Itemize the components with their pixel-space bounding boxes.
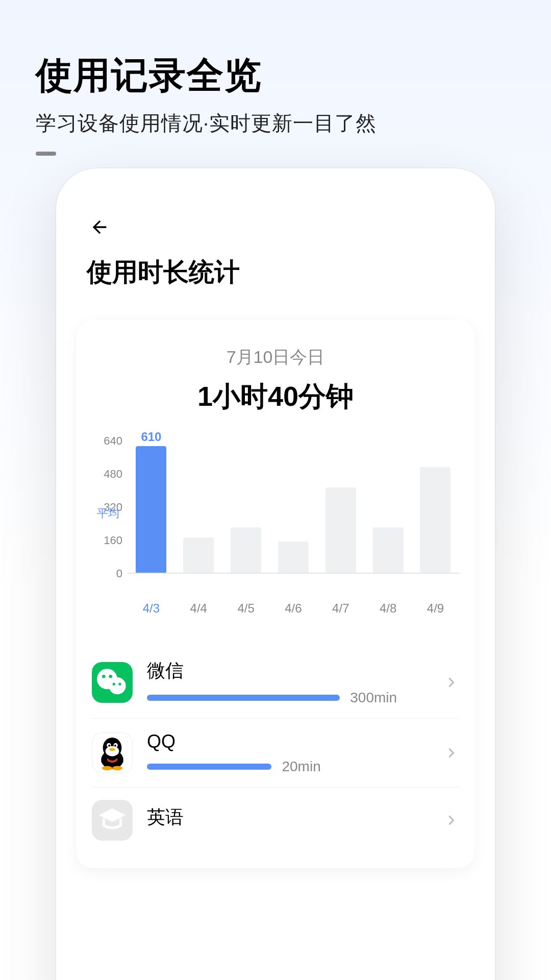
promo-header: 使用记录全览 学习设备使用情况·实时更新一目了然 bbox=[0, 0, 551, 176]
app-list: 微信300minQQ20min英语 bbox=[92, 646, 459, 853]
chart-x-label[interactable]: 4/8 bbox=[370, 601, 406, 616]
svg-point-14 bbox=[102, 766, 112, 770]
app-duration: 300min bbox=[350, 690, 397, 706]
app-icon bbox=[92, 732, 133, 773]
usage-chart: 6404803201600平均 610 bbox=[92, 441, 459, 594]
svg-point-2 bbox=[102, 675, 106, 678]
chart-bar-value: 610 bbox=[141, 430, 161, 444]
chart-bars-area: 610 bbox=[128, 441, 459, 574]
chart-x-label[interactable]: 4/7 bbox=[323, 601, 359, 616]
page-title: 使用时长统计 bbox=[87, 255, 474, 289]
chart-x-label[interactable]: 4/3 bbox=[133, 601, 169, 616]
svg-point-11 bbox=[108, 745, 110, 747]
chart-y-tick: 480 bbox=[104, 468, 122, 481]
svg-point-1 bbox=[109, 677, 126, 694]
chart-bar-rect bbox=[373, 527, 404, 573]
chart-y-tick: 640 bbox=[104, 434, 122, 448]
app-list-item[interactable]: 英语 bbox=[92, 787, 459, 853]
chart-y-tick: 0 bbox=[116, 567, 122, 580]
svg-point-15 bbox=[112, 766, 122, 770]
svg-point-5 bbox=[118, 682, 121, 685]
app-info: 英语 bbox=[147, 805, 444, 836]
chart-bar-rect bbox=[136, 446, 166, 573]
chart-x-labels: 4/34/44/54/64/74/84/9 bbox=[128, 601, 459, 616]
chart-bar-rect bbox=[231, 527, 261, 573]
app-progress-row: 20min bbox=[147, 758, 444, 775]
chart-bar-rect bbox=[278, 542, 309, 573]
chart-x-label[interactable]: 4/4 bbox=[181, 601, 216, 616]
chart-bar-rect bbox=[183, 537, 214, 573]
phone-frame: 使用时长统计 7月10日今日 1小时40分钟 6404803201600平均 6… bbox=[56, 168, 495, 980]
chart-bar-rect bbox=[325, 487, 356, 573]
stats-total: 1小时40分钟 bbox=[92, 378, 459, 415]
chevron-right-icon bbox=[444, 675, 459, 690]
app-info: QQ20min bbox=[147, 731, 444, 775]
chart-bar[interactable] bbox=[181, 537, 216, 573]
chart-bar-rect bbox=[420, 467, 450, 573]
app-progress-bar bbox=[147, 764, 271, 770]
promo-dash bbox=[36, 152, 56, 156]
app-info: 微信300min bbox=[147, 658, 444, 706]
svg-point-4 bbox=[113, 682, 115, 685]
app-progress-row: 300min bbox=[147, 690, 444, 706]
chart-x-label[interactable]: 4/9 bbox=[417, 601, 453, 616]
education-icon bbox=[92, 800, 133, 841]
app-list-item[interactable]: 微信300min bbox=[92, 646, 459, 718]
chart-bar[interactable] bbox=[323, 487, 359, 573]
chart-x-label[interactable]: 4/5 bbox=[228, 601, 264, 616]
app-icon bbox=[92, 662, 133, 703]
back-button[interactable] bbox=[87, 214, 112, 240]
svg-point-3 bbox=[109, 675, 112, 678]
app-name: 微信 bbox=[147, 658, 444, 683]
app-list-item[interactable]: QQ20min bbox=[92, 718, 459, 787]
wechat-icon bbox=[92, 662, 133, 703]
svg-point-13 bbox=[109, 748, 115, 751]
stats-date: 7月10日今日 bbox=[92, 346, 459, 369]
chart-avg-label: 平均 bbox=[97, 506, 119, 521]
app-duration: 20min bbox=[282, 758, 320, 775]
chart-bar[interactable] bbox=[417, 467, 453, 573]
promo-title: 使用记录全览 bbox=[36, 51, 515, 100]
chart-y-tick: 160 bbox=[104, 534, 122, 547]
chart-x-label[interactable]: 4/6 bbox=[276, 601, 311, 616]
svg-point-12 bbox=[114, 745, 116, 747]
chevron-right-icon bbox=[444, 813, 459, 828]
app-icon bbox=[92, 800, 133, 841]
app-name: QQ bbox=[147, 731, 444, 752]
arrow-left-icon bbox=[89, 217, 110, 237]
chart-y-axis: 6404803201600平均 bbox=[92, 441, 128, 574]
chart-bar[interactable] bbox=[370, 527, 406, 573]
chart-bar[interactable] bbox=[228, 527, 264, 573]
chevron-right-icon bbox=[444, 745, 459, 761]
chart-bar[interactable] bbox=[276, 542, 311, 573]
svg-point-8 bbox=[106, 746, 119, 756]
promo-subtitle: 学习设备使用情况·实时更新一目了然 bbox=[36, 109, 515, 137]
app-progress-bar bbox=[147, 695, 340, 701]
stats-card: 7月10日今日 1小时40分钟 6404803201600平均 610 4/34… bbox=[77, 320, 474, 868]
app-name: 英语 bbox=[147, 805, 444, 830]
qq-icon bbox=[92, 732, 133, 773]
chart-bar[interactable]: 610 bbox=[133, 430, 169, 573]
